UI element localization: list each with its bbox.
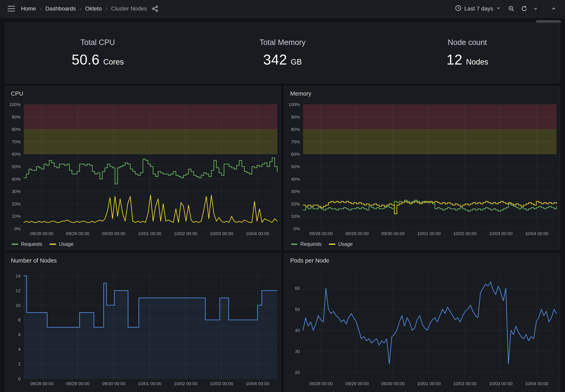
chevron-down-icon [533,6,538,11]
cpu-panel: CPU 0%10%20%30%40%50%60%70%80%90%100%09/… [5,86,281,250]
svg-text:09/29 00:00: 09/29 00:00 [345,231,369,236]
hamburger-icon [8,6,15,12]
series-color-swatch [50,244,56,245]
svg-text:10/03 00:00: 10/03 00:00 [210,231,233,236]
svg-text:10/03 00:00: 10/03 00:00 [489,231,513,236]
svg-text:10/04 00:00: 10/04 00:00 [246,381,269,386]
svg-text:20%: 20% [291,201,300,207]
svg-text:12: 12 [16,288,21,293]
chevron-up-icon [551,6,557,12]
refresh-dashboard-button[interactable] [519,3,530,15]
svg-text:09/30 00:00: 09/30 00:00 [381,381,405,386]
svg-text:50%: 50% [291,164,300,169]
panel-header[interactable]: Number of Nodes [5,254,280,267]
memory-panel: Memory 0%10%20%30%40%50%60%70%80%90%100%… [284,86,560,250]
legend-label: Usage [338,241,353,247]
svg-text:30: 30 [295,349,300,354]
time-range-label: Last 7 days [464,5,493,12]
time-range-picker[interactable]: Last 7 days [452,3,504,15]
panel-title: Number of Nodes [11,257,57,264]
pods-chart[interactable]: 203040506009/28 00:0009/29 00:0009/30 00… [285,267,560,388]
svg-text:50: 50 [295,307,300,312]
panel-title: Memory [290,90,311,97]
svg-text:09/30 00:00: 09/30 00:00 [102,381,125,386]
svg-text:4: 4 [18,347,21,352]
svg-text:10/02 00:00: 10/02 00:00 [174,231,197,236]
chevron-right-icon: › [80,5,82,12]
svg-text:8: 8 [18,317,21,322]
svg-text:10/04 00:00: 10/04 00:00 [246,231,269,236]
svg-text:10%: 10% [12,214,21,219]
legend-label: Usage [59,241,73,247]
legend-item-usage[interactable]: Usage [50,241,73,247]
svg-text:40: 40 [295,328,300,333]
refresh-interval-dropdown[interactable] [532,3,540,15]
stat-unit: GB [291,58,302,66]
legend-item-requests[interactable]: Requests [12,241,42,247]
legend-label: Requests [300,241,322,247]
svg-text:10%: 10% [291,214,300,219]
svg-text:20: 20 [295,370,300,375]
svg-text:70%: 70% [12,139,21,144]
menu-toggle-button[interactable] [6,3,17,15]
svg-text:09/29 00:00: 09/29 00:00 [66,381,89,386]
chevron-down-icon [496,5,501,12]
breadcrumb-current-page: Cluster Nodes [111,5,147,12]
breadcrumb-okteto[interactable]: Okteto [85,5,102,12]
svg-text:70%: 70% [291,139,300,144]
svg-text:10/03 00:00: 10/03 00:00 [210,381,233,386]
svg-text:0%: 0% [293,226,300,231]
chevron-right-icon: › [105,5,107,12]
svg-text:2: 2 [18,362,21,367]
svg-text:90%: 90% [12,114,21,120]
svg-text:10/02 00:00: 10/02 00:00 [453,231,477,236]
svg-text:10/02 00:00: 10/02 00:00 [453,381,477,386]
panel-title: CPU [11,90,23,97]
svg-text:60: 60 [295,286,300,291]
legend-item-usage[interactable]: Usage [329,241,353,247]
panel-header[interactable]: CPU [5,87,280,100]
svg-text:14: 14 [16,273,21,279]
svg-text:60%: 60% [291,152,300,157]
svg-text:20%: 20% [12,201,21,207]
cpu-chart[interactable]: 0%10%20%30%40%50%60%70%80%90%100%09/28 0… [5,100,280,238]
svg-text:30%: 30% [291,189,300,194]
collapse-toolbar-button[interactable] [548,3,559,15]
series-color-swatch [329,244,335,245]
nodes-chart[interactable]: 0246810121409/28 00:0009/29 00:0009/30 0… [5,267,280,388]
svg-text:0%: 0% [14,226,21,231]
svg-text:80%: 80% [12,127,21,132]
svg-text:10/02 00:00: 10/02 00:00 [174,381,197,386]
svg-text:100%: 100% [289,102,300,107]
stat-title: Total CPU [80,38,115,47]
panel-header[interactable]: Pods per Node [285,254,560,267]
zoom-out-icon [508,5,515,12]
svg-text:09/30 00:00: 09/30 00:00 [102,231,125,236]
svg-text:90%: 90% [291,114,300,120]
stat-title: Total Memory [260,38,305,47]
zoom-out-time-button[interactable] [506,3,517,15]
panel-header[interactable]: Memory [285,87,560,100]
share-dashboard-button[interactable] [149,3,161,15]
breadcrumb-dashboards[interactable]: Dashboards [45,5,76,12]
svg-text:10/01 00:00: 10/01 00:00 [138,381,161,386]
stat-total-cpu: Total CPU 50.6 Cores [5,23,190,83]
svg-text:09/28 00:00: 09/28 00:00 [30,231,54,236]
breadcrumb: Home › Dashboards › Okteto › Cluster Nod… [21,5,147,12]
stat-total-memory: Total Memory 342 GB [190,23,375,83]
memory-chart[interactable]: 0%10%20%30%40%50%60%70%80%90%100%09/28 0… [285,100,560,238]
svg-text:10/01 00:00: 10/01 00:00 [417,381,440,386]
pods-per-node-panel: Pods per Node 203040506009/28 00:0009/29… [284,253,560,392]
svg-text:6: 6 [18,332,21,337]
legend-item-requests[interactable]: Requests [291,241,322,247]
svg-text:0: 0 [18,376,21,381]
chevron-right-icon: › [40,5,42,12]
breadcrumb-home[interactable]: Home [21,5,36,12]
svg-text:30%: 30% [12,189,21,194]
clock-icon [455,5,462,13]
stat-value: 50.6 [72,52,100,68]
stat-node-count: Node count 12 Nodes [375,23,560,83]
panel-title: Pods per Node [290,257,329,264]
svg-text:09/28 00:00: 09/28 00:00 [30,381,54,386]
stat-unit: Cores [103,58,124,66]
